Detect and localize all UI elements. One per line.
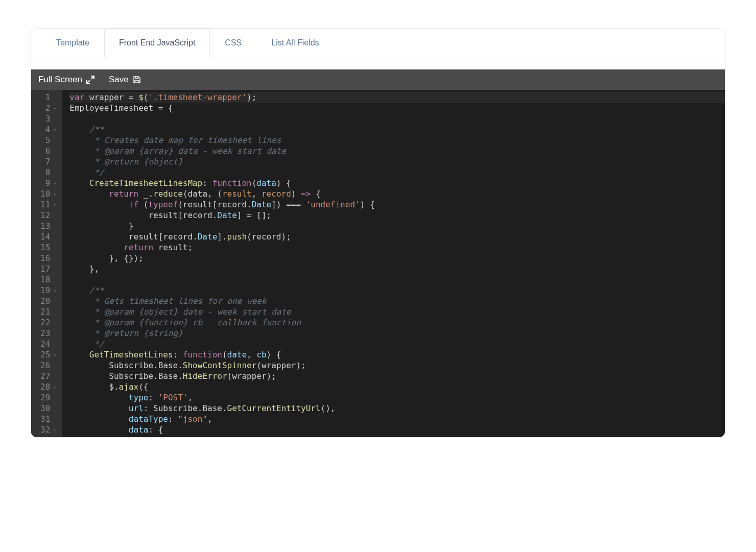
line-number: 9▾: [40, 178, 57, 188]
line-number: 3: [40, 113, 57, 124]
line-number: 22: [40, 317, 57, 328]
line-number: 11▾: [40, 199, 57, 210]
code-line[interactable]: * Creates date map for timesheet lines: [69, 135, 725, 146]
line-number: 20: [40, 296, 57, 306]
code-line[interactable]: data: {: [69, 424, 725, 435]
line-number: 4▾: [40, 124, 57, 135]
code-line[interactable]: [69, 274, 725, 285]
code-line[interactable]: Subscribe.Base.ShowContSpinner(wrapper);: [69, 360, 725, 371]
code-line[interactable]: var wrapper = $('.timesheet-wrapper');: [69, 92, 725, 103]
code-line[interactable]: result[record.Date] = [];: [69, 210, 725, 221]
line-number: 5: [40, 135, 57, 146]
line-number: 12: [40, 210, 57, 221]
tab-bar: Template Front End JavaScript CSS List A…: [31, 29, 725, 57]
editor-card: Template Front End JavaScript CSS List A…: [31, 28, 725, 438]
line-number: 6: [40, 146, 57, 156]
line-number: 25▾: [40, 349, 57, 360]
code-line[interactable]: /**: [69, 124, 725, 135]
line-number: 10▾: [40, 188, 57, 199]
code-line[interactable]: }, {});: [69, 253, 725, 263]
line-number: 32▾: [40, 424, 57, 435]
tab-front-end-javascript[interactable]: Front End JavaScript: [104, 29, 210, 57]
fold-marker-icon[interactable]: ▾: [52, 178, 57, 189]
line-number: 15: [40, 242, 57, 253]
code-line[interactable]: */: [69, 339, 725, 349]
fullscreen-button[interactable]: Full Screen: [38, 75, 94, 85]
code-line[interactable]: * @param {function} cb - callback functi…: [69, 317, 725, 328]
tab-css[interactable]: CSS: [210, 29, 256, 57]
tab-list-all-fields[interactable]: List All Fields: [256, 29, 334, 57]
line-number: 29: [40, 392, 57, 403]
fold-marker-icon[interactable]: ▾: [52, 200, 57, 210]
line-number: 7: [40, 156, 57, 167]
line-number: 8: [40, 167, 57, 178]
line-number: 27: [40, 371, 57, 381]
fold-marker-icon[interactable]: ▾: [52, 382, 57, 393]
fold-marker-icon[interactable]: ▾: [52, 103, 57, 114]
line-number: 28▾: [40, 381, 57, 392]
fold-marker-icon[interactable]: ▾: [52, 189, 57, 200]
code-line[interactable]: CreateTimesheetLinesMap: function(data) …: [69, 178, 725, 188]
line-number: 13: [40, 221, 57, 231]
code-line[interactable]: result[record.Date].push(record);: [69, 231, 725, 242]
code-line[interactable]: type: 'POST',: [69, 392, 725, 403]
tab-template[interactable]: Template: [41, 29, 104, 57]
save-icon: [133, 76, 141, 84]
code-line[interactable]: EmployeeTimesheet = {: [69, 103, 725, 113]
line-number: 16: [40, 253, 57, 263]
line-number: 1: [40, 92, 57, 103]
fullscreen-label: Full Screen: [38, 75, 82, 85]
line-number: 30: [40, 403, 57, 414]
code-line[interactable]: }: [69, 221, 725, 231]
code-line[interactable]: dataType: "json",: [69, 414, 725, 424]
code-line[interactable]: $.ajax({: [69, 381, 725, 392]
line-number: 18: [40, 274, 57, 285]
code-line[interactable]: },: [69, 263, 725, 274]
line-number: 24: [40, 339, 57, 349]
code-line[interactable]: * @return {string}: [69, 328, 725, 339]
code-line[interactable]: Subscribe.Base.HideError(wrapper);: [69, 371, 725, 381]
fold-marker-icon[interactable]: ▾: [52, 425, 57, 436]
fold-marker-icon[interactable]: ▾: [52, 350, 57, 361]
code-line[interactable]: url: Subscribe.Base.GetCurrentEntityUrl(…: [69, 403, 725, 414]
code-line[interactable]: GetTimesheetLines: function(date, cb) {: [69, 349, 725, 360]
code-line[interactable]: * @return {object}: [69, 156, 725, 167]
code-line[interactable]: if (typeof(result[record.Date]) === 'und…: [69, 199, 725, 210]
save-label: Save: [109, 75, 129, 85]
code-area[interactable]: 1 2▾3 4▾5 6 7 8 9▾10▾11▾12 13 14 15 16 1…: [31, 90, 725, 437]
line-number: 31: [40, 414, 57, 424]
code-line[interactable]: * Gets timesheet lines for one week: [69, 296, 725, 306]
code-line[interactable]: * @param {object} date - week start date: [69, 306, 725, 317]
code-line[interactable]: * @param {array} data - week start date: [69, 146, 725, 156]
code-line[interactable]: return result;: [69, 242, 725, 253]
line-number: 26: [40, 360, 57, 371]
save-button[interactable]: Save: [109, 75, 141, 85]
editor-toolbar: Full Screen Save: [31, 69, 725, 90]
line-number: 14: [40, 231, 57, 242]
code-line[interactable]: /**: [69, 285, 725, 296]
fold-marker-icon[interactable]: ▾: [52, 285, 57, 296]
fold-marker-icon[interactable]: ▾: [52, 125, 57, 135]
editor-wrap: Full Screen Save 1 2▾3 4▾5 6 7 8 9▾10▾11…: [31, 57, 725, 437]
line-number: 23: [40, 328, 57, 339]
code-line[interactable]: [69, 113, 725, 124]
line-number: 2▾: [40, 103, 57, 113]
line-number: 17: [40, 263, 57, 274]
expand-icon: [86, 76, 94, 84]
line-number: 21: [40, 306, 57, 317]
code-line[interactable]: */: [69, 167, 725, 178]
code-line[interactable]: return _.reduce(data, (result, record) =…: [69, 188, 725, 199]
code-content[interactable]: var wrapper = $('.timesheet-wrapper');Em…: [62, 90, 725, 437]
line-number: 19▾: [40, 285, 57, 296]
line-gutter: 1 2▾3 4▾5 6 7 8 9▾10▾11▾12 13 14 15 16 1…: [31, 90, 62, 437]
code-editor: Full Screen Save 1 2▾3 4▾5 6 7 8 9▾10▾11…: [31, 69, 725, 437]
